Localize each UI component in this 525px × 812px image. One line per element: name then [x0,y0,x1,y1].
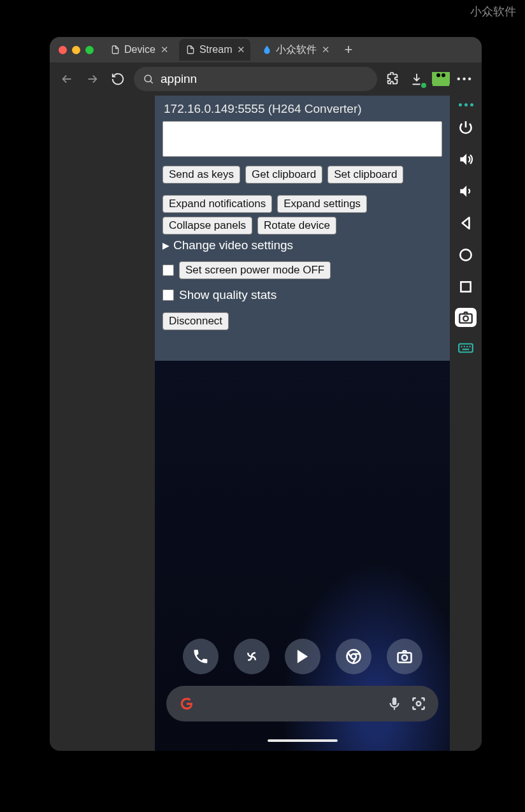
tab-appinn[interactable]: 小众软件 ✕ [255,39,335,61]
search-icon [143,73,154,85]
overflow-menu-button[interactable]: ••• [456,70,474,88]
screen-power-off-button[interactable]: Set screen power mode OFF [179,261,331,279]
collapse-panels-button[interactable]: Collapse panels [162,217,252,235]
device-screen[interactable] [155,361,450,751]
control-panel: 172.16.0.149:5555 (H264 Converter) Send … [155,96,450,339]
svg-rect-14 [466,346,468,347]
device-control-sidebar [450,96,482,751]
rotate-device-button[interactable]: Rotate device [257,217,336,235]
triangle-right-icon: ▶ [162,240,169,250]
page-icon [110,45,120,55]
svg-point-10 [463,316,468,321]
svg-rect-16 [463,349,470,350]
android-overview-icon[interactable] [455,276,477,298]
page-icon [185,45,196,55]
browser-content: 172.16.0.149:5555 (H264 Converter) Send … [50,96,482,751]
browser-window: Device ✕ Stream ✕ 小众软件 ✕ + [50,37,482,751]
power-button-icon[interactable] [455,117,477,138]
svg-rect-13 [464,346,465,347]
frog-icon [432,72,450,86]
svg-point-0 [145,75,152,82]
google-search-bar[interactable] [166,686,438,721]
quality-stats-checkbox[interactable] [162,289,174,301]
voice-search-icon[interactable] [386,695,403,712]
window-titlebar: Device ✕ Stream ✕ 小众软件 ✕ + [50,37,482,62]
close-window-button[interactable] [59,46,67,54]
play-store-icon[interactable] [285,639,320,674]
svg-rect-8 [461,282,470,291]
watermark-text: 小众软件 [470,4,516,19]
phone-app-icon[interactable] [183,639,219,674]
address-bar[interactable] [134,67,377,91]
quality-stats-label: Show quality stats [179,288,277,302]
android-nav-handle[interactable] [268,739,338,742]
close-tab-icon[interactable]: ✕ [161,44,169,55]
svg-rect-12 [461,346,462,347]
left-margin [50,96,155,751]
address-input[interactable] [161,72,368,86]
svg-point-7 [460,249,471,260]
screenshot-icon[interactable] [455,308,477,327]
android-back-icon[interactable] [455,212,477,234]
screen-power-checkbox[interactable] [162,265,174,276]
android-dock [155,639,450,674]
browser-toolbar: ••• [50,62,482,96]
svg-rect-5 [392,697,397,705]
svg-point-4 [401,655,406,660]
disconnect-button[interactable]: Disconnect [162,312,229,330]
tab-label: 小众软件 [276,43,317,57]
maximize-window-button[interactable] [85,46,94,54]
svg-rect-15 [469,346,470,347]
download-complete-badge [420,82,428,89]
tab-label: Device [124,44,155,55]
stream-area: 172.16.0.149:5555 (H264 Converter) Send … [155,96,450,751]
profile-avatar[interactable] [432,70,450,88]
close-tab-icon[interactable]: ✕ [322,44,330,55]
change-video-settings-label: Change video settings [173,238,293,252]
expand-settings-button[interactable]: Expand settings [277,195,367,213]
tab-label: Stream [199,44,233,55]
google-lens-icon[interactable] [410,695,427,712]
expand-notifications-button[interactable]: Expand notifications [162,195,272,213]
new-tab-button[interactable]: + [340,41,356,58]
svg-rect-11 [459,344,473,352]
change-video-settings-toggle[interactable]: ▶ Change video settings [162,238,442,252]
extensions-icon[interactable] [384,70,401,88]
set-clipboard-button[interactable]: Set clipboard [327,166,403,184]
svg-point-6 [417,702,421,706]
downloads-icon[interactable] [408,70,426,88]
more-icon[interactable] [459,103,473,106]
minimize-window-button[interactable] [72,46,80,54]
reload-button[interactable] [108,69,127,89]
android-home-icon[interactable] [455,244,477,266]
droplet-icon [262,45,272,55]
back-button[interactable] [57,69,76,89]
get-clipboard-button[interactable]: Get clipboard [245,166,322,184]
send-as-keys-button[interactable]: Send as keys [162,166,240,184]
volume-up-icon[interactable] [455,149,477,170]
volume-down-icon[interactable] [455,180,477,202]
connection-title: 172.16.0.149:5555 (H264 Converter) [164,102,442,116]
tab-device[interactable]: Device ✕ [104,39,174,61]
keyboard-toggle-icon[interactable] [455,337,477,359]
photos-app-icon[interactable] [234,639,270,674]
camera-app-icon[interactable] [387,639,422,674]
chrome-app-icon[interactable] [336,639,371,674]
close-tab-icon[interactable]: ✕ [237,44,245,55]
google-logo-icon [178,695,196,713]
tab-stream[interactable]: Stream ✕ [179,39,251,61]
keys-textarea[interactable] [162,121,442,157]
forward-button[interactable] [83,69,102,89]
window-controls [59,46,94,54]
